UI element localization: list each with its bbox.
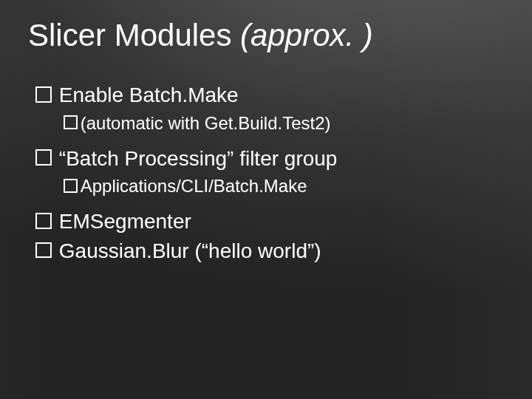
slide: Slicer Modules (approx. ) Enable Batch.M… bbox=[0, 0, 532, 399]
bullet-box-icon bbox=[35, 213, 52, 229]
bullet-box-icon bbox=[64, 179, 78, 193]
bullet-1-sub: (automatic with Get.Build.Test2) bbox=[64, 112, 488, 134]
bullet-box-icon bbox=[35, 149, 52, 166]
bullet-box-icon bbox=[35, 242, 52, 259]
body-block: Enable Batch.Make (automatic with Get.Bu… bbox=[35, 83, 488, 267]
bullet-3: EMSegmenter bbox=[35, 209, 488, 234]
bullet-2-sub-text: Applications/CLI/Batch.Make bbox=[81, 176, 307, 196]
bullet-1-text: Enable Batch.Make bbox=[59, 83, 239, 106]
bullet-4: Gaussian.Blur (“hello world”) bbox=[35, 239, 488, 264]
bullet-box-icon bbox=[64, 115, 78, 129]
bullet-2-sub: Applications/CLI/Batch.Make bbox=[64, 175, 488, 197]
title-block: Slicer Modules (approx. ) bbox=[28, 18, 502, 53]
slide-title: Slicer Modules (approx. ) bbox=[28, 18, 502, 53]
bullet-4-text: Gaussian.Blur (“hello world”) bbox=[59, 239, 321, 262]
bullet-2: “Batch Processing” filter group bbox=[35, 146, 488, 171]
bullet-2-text: “Batch Processing” filter group bbox=[59, 147, 338, 170]
bullet-3-text: EMSegmenter bbox=[59, 210, 191, 233]
title-main: Slicer Modules bbox=[28, 18, 240, 52]
bullet-box-icon bbox=[35, 86, 52, 103]
bullet-1-sub-text: (automatic with Get.Build.Test2) bbox=[81, 113, 331, 133]
bullet-1: Enable Batch.Make bbox=[35, 83, 488, 108]
title-italic: (approx. ) bbox=[240, 18, 373, 52]
